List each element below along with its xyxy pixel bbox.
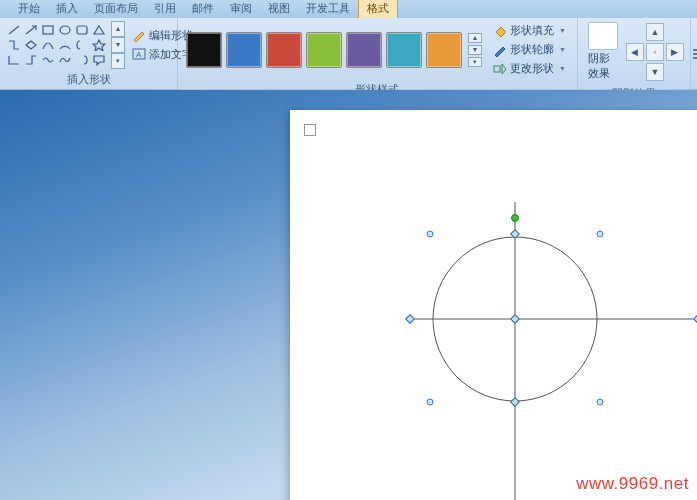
- swatch-5[interactable]: [386, 32, 422, 68]
- shape-brace-icon[interactable]: [74, 38, 90, 52]
- ribbon-tabs: 开始 插入 页面布局 引用 邮件 审阅 视图 开发工具 格式: [0, 0, 697, 18]
- handle-ne[interactable]: [597, 231, 604, 238]
- endpoint-e[interactable]: [693, 314, 697, 324]
- change-shape-label: 更改形状: [510, 61, 554, 76]
- shape-elbow2-icon[interactable]: [23, 53, 39, 67]
- group-shadow: 阴影效果 ▲ ◀ ◦ ▶ ▼ 阴影效果: [578, 18, 691, 89]
- pen-icon: [493, 43, 507, 57]
- svg-rect-2: [43, 26, 53, 34]
- tab-home[interactable]: 开始: [10, 0, 48, 18]
- shape-outline-label: 形状轮廓: [510, 42, 554, 57]
- svg-marker-6: [26, 41, 36, 49]
- swatch-2[interactable]: [266, 32, 302, 68]
- shadow-icon: [588, 22, 618, 50]
- svg-rect-11: [494, 66, 500, 72]
- gallery-more-icon[interactable]: ▾: [111, 53, 125, 69]
- shape-elbow-icon[interactable]: [6, 53, 22, 67]
- tab-format[interactable]: 格式: [358, 0, 398, 18]
- gallery-scroll: ▲ ▼ ▾: [111, 21, 125, 69]
- svg-marker-5: [94, 26, 104, 34]
- shadow-label: 阴影效果: [588, 51, 618, 81]
- change-shape-button[interactable]: 更改形状▼: [490, 60, 569, 77]
- group-shape-styles: ▲ ▼ ▾ 形状填充▼ 形状轮廓▼ 更改形状▼: [178, 18, 578, 89]
- rotation-handle[interactable]: [511, 214, 519, 222]
- swatch-0[interactable]: [186, 32, 222, 68]
- change-shape-icon: [493, 62, 507, 76]
- shape-freeform-icon[interactable]: [57, 53, 73, 67]
- svg-marker-7: [93, 40, 105, 51]
- tab-view[interactable]: 视图: [260, 0, 298, 18]
- shape-rect-icon[interactable]: [40, 23, 56, 37]
- shape-bracket-icon[interactable]: [74, 53, 90, 67]
- ribbon: ▲ ▼ ▾ 编辑形状▼ A 添加文字 插入形状: [0, 18, 697, 90]
- shape-fill-button[interactable]: 形状填充▼: [490, 22, 569, 39]
- anchor-icon: [304, 124, 316, 136]
- svg-point-3: [60, 26, 70, 34]
- swatch-6[interactable]: [426, 32, 462, 68]
- shape-fill-label: 形状填充: [510, 23, 554, 38]
- bucket-icon: [493, 24, 507, 38]
- tab-references[interactable]: 引用: [146, 0, 184, 18]
- shape-diamond-icon[interactable]: [23, 38, 39, 52]
- shape-arrow-icon[interactable]: [23, 23, 39, 37]
- watermark: www.9969.net: [576, 474, 689, 494]
- svg-marker-8: [134, 32, 144, 42]
- shapes-gallery[interactable]: [4, 21, 109, 69]
- nudge-center-icon[interactable]: ◦: [646, 43, 664, 61]
- shape-star-icon[interactable]: [91, 38, 107, 52]
- handle-se[interactable]: [597, 399, 604, 406]
- nudge-right-icon[interactable]: ▶: [666, 43, 684, 61]
- svg-rect-4: [77, 26, 87, 34]
- shape-triangle-icon[interactable]: [91, 23, 107, 37]
- shape-connector-icon[interactable]: [6, 38, 22, 52]
- swatch-4[interactable]: [346, 32, 382, 68]
- tab-layout[interactable]: 页面布局: [86, 0, 146, 18]
- endpoint-w[interactable]: [405, 314, 415, 324]
- add-text-icon: A: [132, 47, 146, 61]
- svg-line-0: [9, 26, 19, 34]
- nudge-down-icon[interactable]: ▼: [646, 63, 664, 81]
- svg-line-1: [26, 26, 36, 34]
- shape-line-icon[interactable]: [6, 23, 22, 37]
- swatch-more-icon[interactable]: ▾: [468, 57, 482, 67]
- swatch-down-icon[interactable]: ▼: [468, 45, 482, 55]
- color-swatches: ▲ ▼ ▾: [182, 28, 486, 72]
- shape-wave-icon[interactable]: [40, 53, 56, 67]
- handle-nw[interactable]: [427, 231, 434, 238]
- shape-outline-button[interactable]: 形状轮廓▼: [490, 41, 569, 58]
- shape-roundrect-icon[interactable]: [74, 23, 90, 37]
- workspace[interactable]: www.9969.net: [0, 90, 697, 500]
- tab-insert[interactable]: 插入: [48, 0, 86, 18]
- shadow-effect-button[interactable]: 阴影效果: [582, 20, 624, 83]
- nudge-left-icon[interactable]: ◀: [626, 43, 644, 61]
- tab-mailings[interactable]: 邮件: [184, 0, 222, 18]
- group-insert-shape: ▲ ▼ ▾ 编辑形状▼ A 添加文字 插入形状: [0, 18, 178, 89]
- gallery-up-icon[interactable]: ▲: [111, 21, 125, 37]
- tab-developer[interactable]: 开发工具: [298, 0, 358, 18]
- shape-arc-icon[interactable]: [57, 38, 73, 52]
- swatch-1[interactable]: [226, 32, 262, 68]
- tab-review[interactable]: 审阅: [222, 0, 260, 18]
- swatch-3[interactable]: [306, 32, 342, 68]
- shadow-nudge: ▲ ◀ ◦ ▶ ▼: [624, 21, 686, 83]
- svg-marker-12: [502, 64, 506, 74]
- swatch-up-icon[interactable]: ▲: [468, 33, 482, 43]
- swatch-scroll: ▲ ▼ ▾: [468, 32, 482, 68]
- edit-shape-icon: [132, 28, 146, 42]
- shape-callout-icon[interactable]: [91, 53, 107, 67]
- shape-curve-icon[interactable]: [40, 38, 56, 52]
- shape-oval-icon[interactable]: [57, 23, 73, 37]
- gallery-down-icon[interactable]: ▼: [111, 37, 125, 53]
- nudge-up-icon[interactable]: ▲: [646, 23, 664, 41]
- handle-sw[interactable]: [427, 399, 434, 406]
- group-label-insert: 插入形状: [0, 71, 177, 89]
- line-vertical[interactable]: [514, 202, 516, 500]
- line-horizontal[interactable]: [410, 318, 697, 320]
- document-page[interactable]: [290, 110, 697, 500]
- ribbon-more[interactable]: [691, 18, 697, 89]
- svg-text:A: A: [136, 50, 142, 59]
